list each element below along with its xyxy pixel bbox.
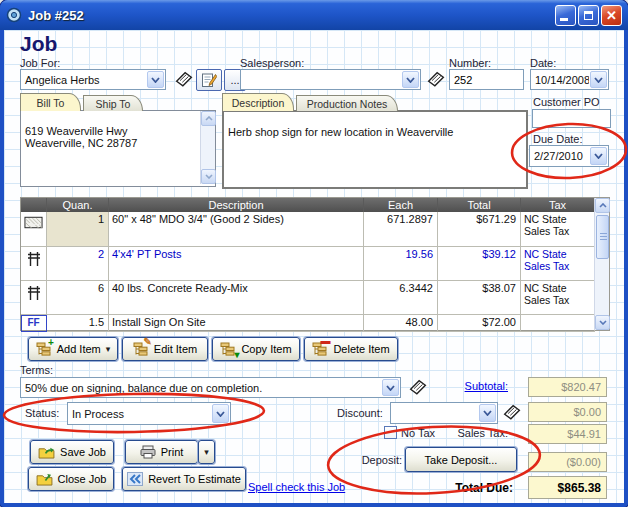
maximize-button[interactable] [578, 5, 599, 26]
thumb-grip-icon [600, 233, 607, 240]
window-title: Job #252 [28, 8, 549, 23]
total-due-value: $865.38 [528, 476, 607, 499]
due-date-label: Due Date: [533, 133, 583, 145]
posts-icon [21, 247, 47, 281]
chevron-down-icon[interactable] [590, 147, 607, 165]
cell-each[interactable]: 19.56 [364, 247, 438, 281]
scrollbar-thumb[interactable] [596, 215, 609, 259]
cell-description[interactable]: Install Sign On Site [109, 315, 364, 332]
cell-quan[interactable]: 1.5 [47, 315, 109, 332]
copy-item-button[interactable]: ▾ Copy Item [212, 337, 300, 361]
terms-label: Terms: [20, 364, 53, 376]
cell-description[interactable]: 40 lbs. Concrete Ready-Mix [109, 281, 364, 315]
tab-production-notes[interactable]: Production Notes [296, 95, 398, 111]
table-row[interactable]: FF 1.5 Install Sign On Site 48.00 $72.00 [21, 315, 595, 332]
header-quan[interactable]: Quan. [47, 198, 109, 212]
save-job-button[interactable]: Save Job [30, 440, 114, 464]
add-item-label: Add Item [57, 343, 101, 355]
chevron-down-icon[interactable] [402, 71, 419, 88]
date-combobox[interactable]: 10/14/2008 [530, 69, 609, 90]
take-deposit-button[interactable]: Take Deposit... [405, 447, 517, 472]
description-textarea[interactable]: Herb shop sign for new location in Weave… [222, 110, 528, 189]
discount-combobox[interactable] [390, 402, 498, 424]
print-options-button[interactable]: ▾ [198, 440, 215, 464]
cell-each[interactable]: 671.2897 [364, 212, 438, 247]
chevron-down-icon[interactable] [382, 379, 399, 396]
chevron-down-icon[interactable] [212, 404, 229, 423]
scroll-down-icon[interactable] [595, 315, 610, 330]
customer-po-input[interactable] [532, 109, 611, 128]
revert-to-estimate-button[interactable]: Revert To Estimate [122, 467, 246, 491]
due-date-combobox[interactable]: 2/27/2010 [529, 145, 609, 167]
cell-tax[interactable] [521, 315, 595, 332]
header-each[interactable]: Each [364, 198, 438, 212]
tab-description[interactable]: Description [222, 93, 294, 111]
scroll-up-icon[interactable] [595, 198, 610, 213]
discount-tag-icon[interactable] [502, 404, 522, 421]
chevron-down-icon[interactable] [147, 71, 164, 88]
tab-bill-to[interactable]: Bill To [20, 93, 81, 111]
edit-item-button[interactable]: ✎ Edit Item [122, 337, 208, 361]
terms-tag-icon[interactable] [408, 379, 428, 396]
header-icon-col[interactable] [21, 198, 47, 212]
spell-check-link[interactable]: Spell check this Job [248, 481, 345, 493]
table-row[interactable]: 6 40 lbs. Concrete Ready-Mix 6.3442 $38.… [21, 281, 595, 315]
scroll-down-icon[interactable] [201, 169, 216, 184]
terms-combobox[interactable]: 50% due on signing, balance due on compl… [20, 377, 401, 398]
cell-each[interactable]: 48.00 [364, 315, 438, 332]
cell-tax[interactable]: NC State Sales Tax [521, 247, 595, 281]
customer-tag-icon[interactable] [174, 71, 194, 88]
date-label: Date: [530, 57, 556, 69]
cell-tax[interactable]: NC State Sales Tax [521, 212, 595, 247]
number-label: Number: [449, 57, 491, 69]
bill-to-address[interactable]: 619 Weaverville Hwy Weaverville, NC 2878… [20, 110, 216, 187]
number-input[interactable] [449, 69, 524, 90]
cell-total[interactable]: $39.12 [438, 247, 521, 281]
table-row[interactable]: 2 4'x4' PT Posts 19.56 $39.12 NC State S… [21, 247, 595, 281]
app-target-icon[interactable] [6, 7, 22, 23]
cell-quan[interactable]: 1 [47, 212, 109, 247]
print-button[interactable]: Print [125, 440, 198, 464]
subtotal-value: $820.47 [528, 377, 607, 397]
cell-total[interactable]: $671.29 [438, 212, 521, 247]
posts-icon [21, 281, 47, 315]
chevron-down-icon[interactable] [590, 71, 607, 88]
print-label: Print [161, 446, 184, 458]
header-description[interactable]: Description [109, 198, 364, 212]
edit-customer-button[interactable] [196, 69, 222, 91]
scroll-up-icon[interactable] [201, 111, 216, 126]
chevron-down-icon[interactable] [479, 404, 496, 422]
cell-quan[interactable]: 2 [47, 247, 109, 281]
header-total[interactable]: Total [438, 198, 521, 212]
discount-label: Discount: [337, 407, 383, 419]
status-combobox[interactable]: In Process [67, 402, 231, 425]
header-tax[interactable]: Tax [521, 198, 595, 212]
salesperson-combobox[interactable] [240, 69, 421, 90]
table-row[interactable]: 1 60" x 48" MDO 3/4" (Good 2 Sides) 671.… [21, 212, 595, 247]
cell-description[interactable]: 4'x4' PT Posts [109, 247, 364, 281]
deposit-label: Deposit: [340, 454, 402, 466]
cell-quan[interactable]: 6 [47, 281, 109, 315]
salesperson-tag-icon[interactable] [426, 71, 446, 88]
address-scrollbar[interactable] [200, 111, 215, 184]
cell-tax[interactable]: NC State Sales Tax [521, 281, 595, 315]
cell-total[interactable]: $38.07 [438, 281, 521, 315]
deposit-value: ($0.00) [528, 452, 607, 472]
table-scrollbar[interactable] [594, 198, 609, 330]
no-tax-checkbox[interactable] [384, 426, 397, 439]
subtotal-link[interactable]: Subtotal: [444, 380, 508, 392]
cell-each[interactable]: 6.3442 [364, 281, 438, 315]
status-label: Status: [25, 407, 59, 419]
job-for-combobox[interactable]: Angelica Herbs [20, 69, 166, 90]
add-item-button[interactable]: + Add Item ▾ [28, 337, 118, 361]
tab-ship-to[interactable]: Ship To [83, 95, 143, 111]
minimize-button[interactable] [555, 5, 576, 26]
cell-description[interactable]: 60" x 48" MDO 3/4" (Good 2 Sides) [109, 212, 364, 247]
close-job-button[interactable]: Close Job [28, 467, 114, 491]
discount-amount: $0.00 [528, 402, 607, 422]
title-bar[interactable]: Job #252 ✕ [0, 0, 628, 30]
delete-item-button[interactable]: ▬ Delete Item [304, 337, 398, 361]
close-button[interactable]: ✕ [601, 5, 622, 26]
minimize-icon [560, 18, 568, 21]
cell-total[interactable]: $72.00 [438, 315, 521, 332]
